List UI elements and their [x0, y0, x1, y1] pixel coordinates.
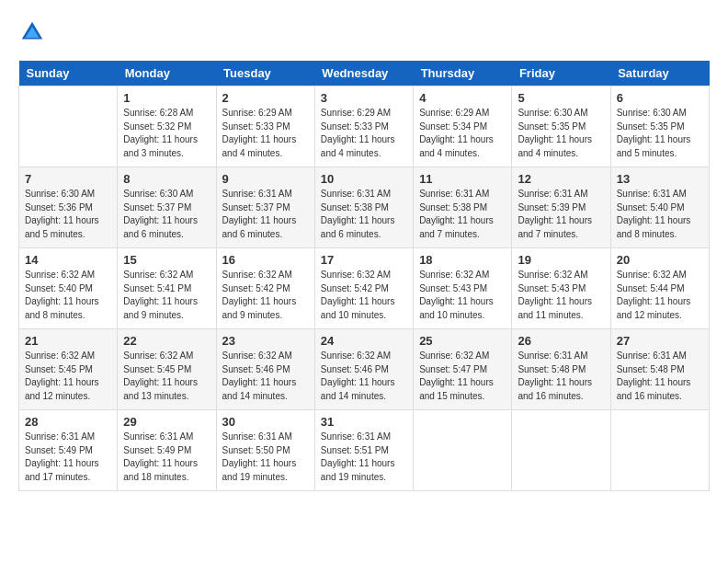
- week-row-5: 28Sunrise: 6:31 AMSunset: 5:49 PMDayligh…: [19, 410, 710, 491]
- day-number: 24: [321, 334, 407, 348]
- week-row-1: 1Sunrise: 6:28 AMSunset: 5:32 PMDaylight…: [19, 86, 710, 167]
- day-number: 17: [321, 253, 407, 267]
- day-number: 21: [25, 334, 111, 348]
- header-friday: Friday: [512, 61, 610, 86]
- calendar-cell: 21Sunrise: 6:32 AMSunset: 5:45 PMDayligh…: [19, 329, 118, 410]
- day-number: 14: [25, 253, 111, 267]
- calendar-cell: 30Sunrise: 6:31 AMSunset: 5:50 PMDayligh…: [216, 410, 314, 491]
- calendar-cell: 17Sunrise: 6:32 AMSunset: 5:42 PMDayligh…: [314, 248, 413, 329]
- day-number: 4: [419, 91, 506, 105]
- day-info: Sunrise: 6:29 AMSunset: 5:34 PMDaylight:…: [419, 107, 506, 160]
- calendar-cell: 19Sunrise: 6:32 AMSunset: 5:43 PMDayligh…: [512, 248, 610, 329]
- calendar-cell: 31Sunrise: 6:31 AMSunset: 5:51 PMDayligh…: [314, 410, 413, 491]
- header-sunday: Sunday: [19, 61, 118, 86]
- day-number: 6: [617, 91, 703, 105]
- calendar-cell: 23Sunrise: 6:32 AMSunset: 5:46 PMDayligh…: [216, 329, 314, 410]
- calendar-table: SundayMondayTuesdayWednesdayThursdayFrid…: [18, 61, 710, 491]
- calendar-cell: 18Sunrise: 6:32 AMSunset: 5:43 PMDayligh…: [414, 248, 512, 329]
- week-row-3: 14Sunrise: 6:32 AMSunset: 5:40 PMDayligh…: [19, 248, 710, 329]
- calendar-cell: 8Sunrise: 6:30 AMSunset: 5:37 PMDaylight…: [118, 167, 216, 248]
- logo: [18, 18, 51, 46]
- header-tuesday: Tuesday: [216, 61, 314, 86]
- day-number: 10: [321, 172, 407, 186]
- day-info: Sunrise: 6:32 AMSunset: 5:41 PMDaylight:…: [123, 269, 210, 322]
- day-info: Sunrise: 6:32 AMSunset: 5:46 PMDaylight:…: [222, 350, 309, 403]
- day-info: Sunrise: 6:32 AMSunset: 5:44 PMDaylight:…: [617, 269, 703, 322]
- header-thursday: Thursday: [414, 61, 512, 86]
- day-number: 25: [419, 334, 506, 348]
- day-info: Sunrise: 6:32 AMSunset: 5:45 PMDaylight:…: [123, 350, 210, 403]
- day-number: 28: [25, 415, 111, 429]
- day-number: 23: [222, 334, 309, 348]
- week-row-4: 21Sunrise: 6:32 AMSunset: 5:45 PMDayligh…: [19, 329, 710, 410]
- day-number: 7: [25, 172, 111, 186]
- day-info: Sunrise: 6:30 AMSunset: 5:35 PMDaylight:…: [518, 107, 604, 160]
- calendar-cell: 2Sunrise: 6:29 AMSunset: 5:33 PMDaylight…: [216, 86, 314, 167]
- day-info: Sunrise: 6:32 AMSunset: 5:45 PMDaylight:…: [25, 350, 111, 403]
- day-info: Sunrise: 6:31 AMSunset: 5:49 PMDaylight:…: [123, 431, 210, 484]
- day-number: 18: [419, 253, 506, 267]
- calendar-cell: 15Sunrise: 6:32 AMSunset: 5:41 PMDayligh…: [118, 248, 216, 329]
- page-header: [18, 18, 710, 46]
- calendar-cell: [19, 86, 118, 167]
- calendar-cell: 29Sunrise: 6:31 AMSunset: 5:49 PMDayligh…: [118, 410, 216, 491]
- calendar-cell: 1Sunrise: 6:28 AMSunset: 5:32 PMDaylight…: [118, 86, 216, 167]
- day-number: 3: [321, 91, 407, 105]
- calendar-cell: [512, 410, 610, 491]
- day-info: Sunrise: 6:31 AMSunset: 5:50 PMDaylight:…: [222, 431, 309, 484]
- calendar-cell: 22Sunrise: 6:32 AMSunset: 5:45 PMDayligh…: [118, 329, 216, 410]
- logo-icon: [18, 18, 46, 46]
- calendar-header-row: SundayMondayTuesdayWednesdayThursdayFrid…: [19, 61, 710, 86]
- day-number: 12: [518, 172, 604, 186]
- calendar-cell: 27Sunrise: 6:31 AMSunset: 5:48 PMDayligh…: [610, 329, 709, 410]
- day-info: Sunrise: 6:32 AMSunset: 5:42 PMDaylight:…: [321, 269, 407, 322]
- day-info: Sunrise: 6:29 AMSunset: 5:33 PMDaylight:…: [222, 107, 309, 160]
- day-info: Sunrise: 6:31 AMSunset: 5:48 PMDaylight:…: [617, 350, 703, 403]
- calendar-cell: 6Sunrise: 6:30 AMSunset: 5:35 PMDaylight…: [610, 86, 709, 167]
- day-info: Sunrise: 6:31 AMSunset: 5:48 PMDaylight:…: [518, 350, 604, 403]
- day-info: Sunrise: 6:30 AMSunset: 5:36 PMDaylight:…: [25, 188, 111, 241]
- day-number: 20: [617, 253, 703, 267]
- week-row-2: 7Sunrise: 6:30 AMSunset: 5:36 PMDaylight…: [19, 167, 710, 248]
- header-saturday: Saturday: [610, 61, 709, 86]
- day-number: 30: [222, 415, 309, 429]
- day-info: Sunrise: 6:32 AMSunset: 5:43 PMDaylight:…: [419, 269, 506, 322]
- day-info: Sunrise: 6:31 AMSunset: 5:38 PMDaylight:…: [419, 188, 506, 241]
- day-number: 16: [222, 253, 309, 267]
- day-info: Sunrise: 6:31 AMSunset: 5:51 PMDaylight:…: [321, 431, 407, 484]
- day-info: Sunrise: 6:28 AMSunset: 5:32 PMDaylight:…: [123, 107, 210, 160]
- day-info: Sunrise: 6:32 AMSunset: 5:46 PMDaylight:…: [321, 350, 407, 403]
- header-monday: Monday: [118, 61, 216, 86]
- calendar-cell: 7Sunrise: 6:30 AMSunset: 5:36 PMDaylight…: [19, 167, 118, 248]
- day-number: 27: [617, 334, 703, 348]
- day-number: 26: [518, 334, 604, 348]
- day-number: 2: [222, 91, 309, 105]
- day-info: Sunrise: 6:32 AMSunset: 5:47 PMDaylight:…: [419, 350, 506, 403]
- day-number: 29: [123, 415, 210, 429]
- calendar-cell: [610, 410, 709, 491]
- calendar-cell: 3Sunrise: 6:29 AMSunset: 5:33 PMDaylight…: [314, 86, 413, 167]
- day-info: Sunrise: 6:29 AMSunset: 5:33 PMDaylight:…: [321, 107, 407, 160]
- calendar-cell: 14Sunrise: 6:32 AMSunset: 5:40 PMDayligh…: [19, 248, 118, 329]
- day-info: Sunrise: 6:31 AMSunset: 5:49 PMDaylight:…: [25, 431, 111, 484]
- day-info: Sunrise: 6:31 AMSunset: 5:39 PMDaylight:…: [518, 188, 604, 241]
- header-wednesday: Wednesday: [314, 61, 413, 86]
- calendar-cell: [414, 410, 512, 491]
- calendar-cell: 5Sunrise: 6:30 AMSunset: 5:35 PMDaylight…: [512, 86, 610, 167]
- calendar-cell: 28Sunrise: 6:31 AMSunset: 5:49 PMDayligh…: [19, 410, 118, 491]
- day-info: Sunrise: 6:32 AMSunset: 5:42 PMDaylight:…: [222, 269, 309, 322]
- calendar-cell: 25Sunrise: 6:32 AMSunset: 5:47 PMDayligh…: [414, 329, 512, 410]
- calendar-cell: 4Sunrise: 6:29 AMSunset: 5:34 PMDaylight…: [414, 86, 512, 167]
- day-number: 15: [123, 253, 210, 267]
- calendar-cell: 12Sunrise: 6:31 AMSunset: 5:39 PMDayligh…: [512, 167, 610, 248]
- calendar-cell: 24Sunrise: 6:32 AMSunset: 5:46 PMDayligh…: [314, 329, 413, 410]
- calendar-cell: 20Sunrise: 6:32 AMSunset: 5:44 PMDayligh…: [610, 248, 709, 329]
- day-number: 5: [518, 91, 604, 105]
- day-info: Sunrise: 6:31 AMSunset: 5:37 PMDaylight:…: [222, 188, 309, 241]
- day-info: Sunrise: 6:31 AMSunset: 5:38 PMDaylight:…: [321, 188, 407, 241]
- day-number: 8: [123, 172, 210, 186]
- calendar-cell: 11Sunrise: 6:31 AMSunset: 5:38 PMDayligh…: [414, 167, 512, 248]
- day-number: 13: [617, 172, 703, 186]
- day-number: 19: [518, 253, 604, 267]
- day-number: 31: [321, 415, 407, 429]
